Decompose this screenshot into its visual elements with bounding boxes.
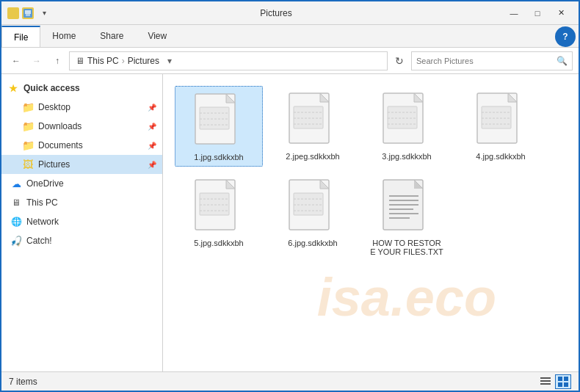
titlebar-save-icon xyxy=(22,7,34,19)
file-item[interactable]: 4.jpg.sdkkxbh xyxy=(457,86,545,167)
svg-rect-59 xyxy=(558,377,562,381)
path-computer-icon: 🖥 xyxy=(76,56,84,66)
file-name: 4.jpg.sdkkxbh xyxy=(476,152,525,161)
sidebar-item-this-pc[interactable]: 🖥 This PC xyxy=(1,193,162,212)
forward-button[interactable]: → xyxy=(28,52,46,70)
file-name: 5.jpg.sdkkxbh xyxy=(194,239,243,247)
path-dropdown-icon[interactable]: ▾ xyxy=(162,56,177,66)
titlebar-folder-icon xyxy=(7,7,19,19)
file-name: HOW TO RESTORE YOUR FILES.TXT xyxy=(370,239,443,256)
list-view-button[interactable] xyxy=(537,374,554,389)
minimize-button[interactable]: — xyxy=(502,3,526,23)
address-bar: ← → ↑ 🖥 This PC › Pictures ▾ ↻ 🔍 xyxy=(1,48,579,74)
title-bar-quick-icons xyxy=(7,7,34,19)
svg-rect-15 xyxy=(294,106,323,128)
sidebar-item-desktop[interactable]: 📁 Desktop 📌 xyxy=(1,98,162,117)
documents-pin-icon: 📌 xyxy=(148,142,156,150)
file-name: 3.jpg.sdkkxbh xyxy=(382,152,431,161)
maximize-button[interactable]: □ xyxy=(526,3,549,23)
sidebar-label-pictures: Pictures xyxy=(38,159,70,170)
files-grid: 1.jpg.sdkkxbh 2.jpeg.sdkkxbh 3 xyxy=(169,80,573,266)
desktop-folder-icon: 📁 xyxy=(22,101,34,113)
sidebar-label-quick-access: Quick access xyxy=(23,83,80,93)
file-icon-4 xyxy=(474,90,527,149)
documents-folder-icon: 📁 xyxy=(22,139,34,151)
onedrive-icon: ☁ xyxy=(10,178,22,189)
refresh-button[interactable]: ↻ xyxy=(391,52,408,70)
sidebar-label-desktop: Desktop xyxy=(38,102,70,112)
svg-rect-62 xyxy=(564,382,568,387)
status-bar: 7 items xyxy=(1,371,579,391)
tab-share[interactable]: Share xyxy=(88,25,136,47)
sidebar-item-catch[interactable]: 🎣 Catch! xyxy=(1,231,162,250)
file-item[interactable]: 3.jpg.sdkkxbh xyxy=(363,86,451,167)
sidebar-label-this-pc: This PC xyxy=(26,197,58,208)
tab-view[interactable]: View xyxy=(136,25,179,47)
file-icon-6 xyxy=(286,177,339,236)
pictures-pin-icon: 📌 xyxy=(148,161,156,169)
quick-access-icon: ★ xyxy=(7,82,19,94)
file-icon-2 xyxy=(286,90,339,149)
svg-rect-3 xyxy=(25,10,31,14)
file-icon-1 xyxy=(192,91,245,150)
explorer-window: ▾ Pictures — □ ✕ File Home Share View ? … xyxy=(0,0,580,392)
sidebar-label-catch: Catch! xyxy=(26,236,52,246)
svg-rect-56 xyxy=(540,377,551,379)
svg-rect-29 xyxy=(482,106,511,128)
pictures-folder-icon: 🖼 xyxy=(22,159,34,170)
file-item[interactable]: 2.jpeg.sdkkxbh xyxy=(269,86,357,167)
sidebar-item-onedrive[interactable]: ☁ OneDrive xyxy=(1,174,162,193)
ribbon-tabs: File Home Share View ? xyxy=(1,25,579,47)
svg-rect-22 xyxy=(388,106,417,128)
path-sep-1: › xyxy=(122,56,125,66)
search-icon[interactable]: 🔍 xyxy=(557,56,568,66)
svg-rect-0 xyxy=(9,11,18,17)
file-item[interactable]: 5.jpg.sdkkxbh xyxy=(175,173,263,261)
help-button[interactable]: ? xyxy=(555,26,576,47)
file-item[interactable]: 6.jpg.sdkkxbh xyxy=(269,173,357,261)
svg-rect-60 xyxy=(564,377,568,381)
tab-home[interactable]: Home xyxy=(40,25,88,47)
tab-file[interactable]: File xyxy=(1,26,40,47)
sidebar-label-onedrive: OneDrive xyxy=(26,178,64,189)
this-pc-icon: 🖥 xyxy=(10,197,22,208)
grid-view-button[interactable] xyxy=(555,374,571,389)
file-icon-3 xyxy=(380,90,433,149)
path-this-pc[interactable]: This PC xyxy=(87,56,119,66)
file-item[interactable]: HOW TO RESTORE YOUR FILES.TXT xyxy=(363,173,451,261)
network-icon: 🌐 xyxy=(10,216,22,228)
view-toggle xyxy=(537,374,571,389)
window-controls: — □ ✕ xyxy=(502,3,573,23)
sidebar-item-quick-access[interactable]: ★ Quick access xyxy=(1,79,162,98)
sidebar: ★ Quick access 📁 Desktop 📌 📁 Downloads 📌 xyxy=(1,74,163,371)
sidebar-label-network: Network xyxy=(26,217,59,227)
back-button[interactable]: ← xyxy=(7,52,25,70)
catch-icon: 🎣 xyxy=(10,235,22,247)
file-name: 2.jpeg.sdkkxbh xyxy=(286,152,339,161)
close-button[interactable]: ✕ xyxy=(549,3,573,23)
svg-rect-43 xyxy=(294,193,323,215)
titlebar-pin[interactable]: ▾ xyxy=(38,7,50,19)
title-bar: ▾ Pictures — □ ✕ xyxy=(1,1,579,25)
window-title: Pictures xyxy=(50,8,502,18)
file-name: 1.jpg.sdkkxbh xyxy=(194,153,243,161)
sidebar-item-network[interactable]: 🌐 Network xyxy=(1,212,162,231)
downloads-pin-icon: 📌 xyxy=(148,123,156,131)
item-count: 7 items xyxy=(9,377,37,387)
svg-rect-57 xyxy=(540,380,551,382)
search-box: 🔍 xyxy=(411,51,573,70)
address-path[interactable]: 🖥 This PC › Pictures ▾ xyxy=(69,51,388,70)
svg-rect-8 xyxy=(200,107,229,129)
file-area: isa.eco 1.jpg.sdkkxbh xyxy=(163,74,579,371)
svg-rect-58 xyxy=(540,383,551,385)
sidebar-item-pictures[interactable]: 🖼 Pictures 📌 xyxy=(1,155,162,174)
file-item[interactable]: 1.jpg.sdkkxbh xyxy=(175,86,263,167)
sidebar-item-documents[interactable]: 📁 Documents 📌 xyxy=(1,136,162,155)
up-button[interactable]: ↑ xyxy=(48,52,66,70)
sidebar-item-downloads[interactable]: 📁 Downloads 📌 xyxy=(1,117,162,136)
ribbon: File Home Share View ? xyxy=(1,25,579,48)
file-icon-5 xyxy=(192,177,245,236)
path-pictures[interactable]: Pictures xyxy=(128,56,159,66)
search-input[interactable] xyxy=(416,57,554,65)
sidebar-label-downloads: Downloads xyxy=(38,121,81,131)
